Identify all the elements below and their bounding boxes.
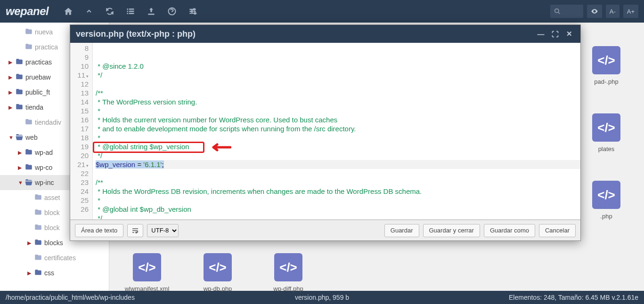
encoding-select[interactable]: UTF-8 [147,224,179,237]
folder-icon [34,238,43,248]
sidebar-item-label: block [44,209,60,216]
folder-icon [15,72,24,82]
code-line-14[interactable]: * Holds the current version number for W… [96,115,580,124]
save-as-button[interactable]: Guardar como [484,224,535,237]
file-tile[interactable]: </>wp-diff.php [265,253,312,292]
sidebar-item-label: web [25,134,38,141]
code-line-20[interactable] [96,169,580,178]
wrap-toggle-button[interactable] [127,224,143,237]
up-icon[interactable] [79,0,99,23]
top-toolbar: wepanel A- A+ [0,0,644,23]
file-tile[interactable]: </>wp-db.php [194,253,241,292]
caret-icon[interactable]: ▼ [18,180,24,185]
svg-rect-5 [129,13,134,14]
view-toggle-button[interactable] [587,5,602,18]
status-summary: Elementos: 248, Tamaño: 6.45 MB v.2.1.61… [509,294,638,301]
folder-icon [34,193,43,203]
folder-icon [15,57,24,67]
upload-icon[interactable] [141,0,162,23]
minimize-icon[interactable]: — [535,28,546,40]
cancel-button[interactable]: Cancelar [539,224,576,237]
code-line-24[interactable]: * @global int $wp_db_version [96,205,580,214]
help-icon[interactable] [162,0,182,23]
status-bar: /home/practica/public_html/web/wp-includ… [0,291,644,304]
sidebar-item-label: practica [35,43,58,51]
home-icon[interactable] [58,0,79,23]
folder-icon [24,148,34,158]
editor-footer: Área de texto UTF-8 Guardar Guardar y ce… [70,220,580,240]
caret-icon[interactable]: ▶ [8,59,15,65]
code-editor[interactable]: 891011121314151617181920212223242526 * @… [70,43,580,220]
svg-rect-4 [127,13,129,14]
file-name-label: .php [600,213,612,220]
close-icon[interactable]: ✕ [563,28,575,40]
code-line-16[interactable]: * [96,133,580,142]
caret-icon[interactable]: ▶ [18,150,24,156]
folder-icon [15,133,24,143]
folder-icon [24,118,34,128]
svg-point-10 [554,9,558,13]
sidebar-item-label: tienda [25,104,43,111]
file-tile[interactable]: </>wlwmanifest.xml [123,253,171,292]
save-button[interactable]: Guardar [384,224,419,237]
sidebar-item-label: wp-co [35,164,52,171]
status-file-info: version.php, 959 b [295,294,349,301]
list-icon[interactable] [120,0,141,23]
caret-icon[interactable]: ▶ [27,270,34,276]
code-line-10[interactable] [96,80,580,88]
code-line-19[interactable]: $wp_version = '6.1.1'; [96,160,580,169]
search-input[interactable] [550,5,583,18]
svg-rect-0 [127,8,129,10]
code-line-17[interactable]: * @global string $wp_version [96,142,580,151]
sidebar-item-label: blocks [44,239,63,247]
svg-rect-1 [129,8,134,10]
code-line-23[interactable]: * [96,196,580,205]
editor-modal: version.php (text/x-php : php) — ⛶ ✕ 891… [70,24,581,241]
file-name-label: pad-.php [594,78,618,85]
caret-icon[interactable]: ▼ [8,135,15,140]
file-tile[interactable]: </>.php [583,181,630,220]
caret-icon[interactable]: ▶ [8,74,15,80]
line-number-gutter: 891011121314151617181920212223242526 [70,43,93,219]
caret-icon[interactable]: ▶ [18,165,24,171]
code-line-8[interactable]: * @since 1.2.0 [96,62,580,71]
textarea-mode-button[interactable]: Área de texto [75,224,123,237]
folder-icon [34,253,43,263]
font-increase-button[interactable]: A+ [623,5,638,18]
code-line-21[interactable]: /** [96,178,580,187]
file-icon: </> [133,253,161,281]
code-line-12[interactable]: * The WordPress version string. [96,97,580,106]
file-name-label: wlwmanifest.xml [125,285,170,292]
sidebar-item-css[interactable]: ▶css [0,265,109,280]
code-content[interactable]: * @since 1.2.0 *//** * The WordPress ver… [93,43,580,219]
code-line-11[interactable]: /** [96,88,580,97]
folder-icon [15,88,24,97]
caret-icon[interactable]: ▶ [8,104,15,111]
maximize-icon[interactable]: ⛶ [549,28,561,40]
file-icon: </> [204,253,232,281]
folder-icon [24,163,34,173]
code-line-9[interactable]: */ [96,71,580,80]
file-icon: </> [592,181,620,209]
sidebar-item-label: css [44,269,54,277]
sidebar-item-label: pruebaw [25,73,51,81]
caret-icon[interactable]: ▶ [27,240,34,246]
sidebar-item-certificates[interactable]: certificates [0,250,109,265]
caret-icon[interactable]: ▶ [8,89,15,96]
code-line-22[interactable]: * Holds the WordPress DB revision, incre… [96,187,580,196]
save-close-button[interactable]: Guardar y cerrar [423,224,480,237]
code-line-25[interactable]: */ [96,214,580,219]
file-tile[interactable]: </>plates [583,113,630,152]
brand-logo: wepanel [6,5,49,18]
code-line-18[interactable]: */ [96,151,580,160]
status-path: /home/practica/public_html/web/wp-includ… [6,294,135,301]
refresh-icon[interactable] [99,0,120,23]
code-line-13[interactable]: * [96,106,580,115]
svg-rect-2 [127,11,129,12]
font-decrease-button[interactable]: A- [606,5,620,18]
folder-icon [15,103,24,112]
file-name-label: wp-diff.php [273,285,303,292]
code-line-15[interactable]: * and to enable development mode for scr… [96,124,580,133]
settings-icon[interactable] [182,0,203,23]
file-tile[interactable]: </>pad-.php [583,46,630,85]
